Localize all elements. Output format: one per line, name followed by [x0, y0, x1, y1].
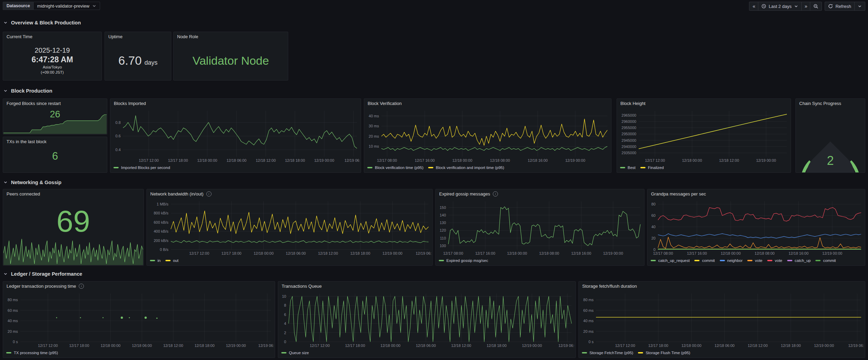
section-title: Networking & Gossip — [11, 180, 62, 185]
section-title: Ledger / Storage Performance — [11, 271, 82, 277]
legend-item[interactable]: commit — [694, 258, 715, 263]
legend-item[interactable]: Storage FetchTime (p95) — [582, 351, 633, 355]
time-range-picker[interactable]: Last 2 days — [758, 2, 801, 10]
chevron-down-icon — [3, 89, 8, 93]
datasource-value: midnight-validator-preview — [37, 3, 89, 9]
chain-sync-gauge[interactable]: 2 — [796, 108, 865, 172]
legend-item[interactable]: vote — [767, 258, 782, 263]
svg-text:12/18 06:00: 12/18 06:00 — [132, 343, 152, 348]
legend-label: Queue size — [289, 351, 309, 355]
chevron-down-icon — [3, 21, 8, 25]
refresh-button[interactable]: Refresh — [825, 2, 854, 10]
peers-sparkline[interactable] — [3, 238, 143, 265]
chart-svg: 2935000294000029450002950000295500029600… — [618, 108, 790, 163]
svg-text:20 ms: 20 ms — [369, 134, 379, 138]
info-icon[interactable]: i — [79, 284, 84, 289]
legend-item[interactable]: Expired gossip msg/sec — [439, 258, 488, 263]
panel-txs-last-block: TXs in the last block 6 — [3, 137, 107, 173]
legend-label: Storage FetchTime (p95) — [589, 351, 633, 355]
svg-text:12/18 16:00: 12/18 16:00 — [789, 251, 809, 255]
section-networking[interactable]: Networking & Gossip — [3, 180, 62, 185]
section-ledger[interactable]: Ledger / Storage Performance — [3, 271, 82, 277]
svg-text:12/18 18:00: 12/18 18:00 — [350, 251, 370, 255]
current-date: 2025-12-19 — [35, 46, 70, 55]
datasource-select[interactable]: midnight-validator-preview — [33, 2, 100, 10]
legend-item[interactable]: in — [150, 258, 161, 263]
legend-swatch — [150, 260, 155, 261]
panel-title: Node Role — [177, 34, 198, 39]
legend-item[interactable]: commit — [815, 258, 836, 263]
svg-text:20 ms: 20 ms — [583, 329, 594, 333]
legend-item[interactable]: Queue size — [281, 351, 309, 355]
refresh-icon — [828, 4, 833, 9]
tx-queue-chart[interactable]: 024681012/17 12:0012/17 18:0012/18 00:00… — [279, 291, 574, 349]
chevron-down-icon — [92, 4, 96, 8]
legend-swatch — [6, 352, 11, 353]
time-shift-forward-button[interactable]: » — [801, 2, 810, 10]
grandpa-chart[interactable]: 02040608012/17 08:0012/17 16:0012/18 00:… — [649, 199, 864, 256]
legend-item[interactable]: Best — [620, 166, 636, 170]
timezone: Asia/Tokyo — [43, 65, 62, 70]
svg-text:12/18 00:00: 12/18 00:00 — [100, 343, 120, 348]
panel-ledger-tx: Ledger transaction processing time i 0 s… — [3, 281, 275, 358]
block-verification-chart[interactable]: 10 ms20 ms30 ms40 ms12/17 08:0012/17 16:… — [365, 108, 610, 163]
legend-item[interactable]: neighbor — [720, 258, 743, 263]
section-overview[interactable]: Overview & Block Production — [3, 20, 81, 25]
legend-item[interactable]: Block verification time (p95) — [367, 166, 423, 170]
legend-item[interactable]: vote — [747, 258, 762, 263]
legend-item[interactable]: out — [165, 258, 178, 263]
panel-title: Network bandwidth (in/out) — [150, 191, 204, 197]
legend-label: catch_up — [795, 258, 811, 263]
legend-swatch — [815, 260, 821, 261]
storage-chart[interactable]: 0 s20 ms40 ms60 ms80 ms12/17 12:0012/17 … — [580, 291, 864, 349]
expired-gossip-chart[interactable]: 10011012013014015012/17 08:0012/17 16:00… — [437, 199, 643, 256]
svg-text:80 ms: 80 ms — [8, 298, 18, 302]
legend-item[interactable]: Imported Blocks per second — [113, 166, 170, 170]
blocks-imported-chart[interactable]: 0.40.60.812/17 12:0012/17 18:0012/18 00:… — [111, 108, 360, 163]
legend-label: Best — [628, 166, 636, 170]
legend-item[interactable]: Storage Flush Time (p95) — [638, 351, 690, 355]
legend-label: TX processing time (p95) — [14, 351, 58, 355]
legend-label: catch_up_request — [658, 258, 690, 263]
svg-text:1 MB/s: 1 MB/s — [157, 202, 169, 206]
legend-item[interactable]: TX processing time (p95) — [6, 351, 58, 355]
svg-text:0.4: 0.4 — [116, 148, 121, 152]
info-icon[interactable]: i — [493, 191, 498, 197]
legend-item[interactable]: Finalized — [640, 166, 664, 170]
svg-text:12/18 12:00: 12/18 12:00 — [318, 251, 338, 255]
svg-text:12/17 08:00: 12/17 08:00 — [653, 251, 673, 255]
datasource-picker[interactable]: Datasource midnight-validator-preview — [3, 2, 100, 10]
legend-label: Expired gossip msg/sec — [446, 258, 488, 263]
legend-item[interactable]: catch_up_request — [651, 258, 690, 263]
svg-text:12/18 00:00: 12/18 00:00 — [253, 251, 273, 255]
legend-swatch — [439, 260, 444, 261]
legend-swatch — [428, 167, 433, 168]
zoom-out-button[interactable] — [810, 2, 822, 10]
block-height-chart[interactable]: 2935000294000029450002950000295500029600… — [618, 108, 790, 163]
legend-item[interactable]: Block verification and import time (p95) — [428, 166, 504, 170]
svg-text:200 kB/s: 200 kB/s — [154, 239, 169, 243]
chart-legend: Block verification time (p95)Block verif… — [367, 165, 609, 171]
time-shift-back-button[interactable]: « — [749, 2, 758, 10]
section-block-production[interactable]: Block Production — [3, 88, 52, 94]
svg-text:12/18 12:00: 12/18 12:00 — [748, 343, 768, 348]
svg-text:12/18 16:00: 12/18 16:00 — [571, 251, 591, 255]
svg-text:2945000: 2945000 — [621, 138, 636, 142]
svg-text:4: 4 — [284, 321, 286, 326]
legend-swatch — [638, 352, 643, 353]
chart-legend: Storage FetchTime (p95)Storage Flush Tim… — [582, 350, 863, 356]
svg-text:2940000: 2940000 — [621, 145, 636, 149]
info-icon[interactable]: i — [206, 191, 211, 197]
svg-text:120: 120 — [440, 228, 446, 232]
svg-text:0 B/s: 0 B/s — [160, 247, 169, 252]
svg-text:12/17 12:00: 12/17 12:00 — [310, 343, 330, 348]
ledger-tx-chart[interactable]: 0 s20 ms40 ms60 ms80 ms12/17 12:0012/17 … — [4, 291, 274, 349]
utc-offset: (+09:00 JST) — [41, 70, 64, 75]
svg-text:0 s: 0 s — [588, 340, 594, 344]
legend-label: commit — [823, 258, 836, 263]
chart-legend: catch_up_requestcommitneighborvotevoteca… — [651, 257, 863, 264]
refresh-interval-button[interactable] — [854, 2, 865, 10]
network-bandwidth-chart[interactable]: 0 B/s200 kB/s400 kB/s600 kB/s800 kB/s1 M… — [148, 199, 431, 256]
current-clock: 6:47:28 AM — [32, 55, 73, 65]
legend-item[interactable]: catch_up — [787, 258, 811, 263]
